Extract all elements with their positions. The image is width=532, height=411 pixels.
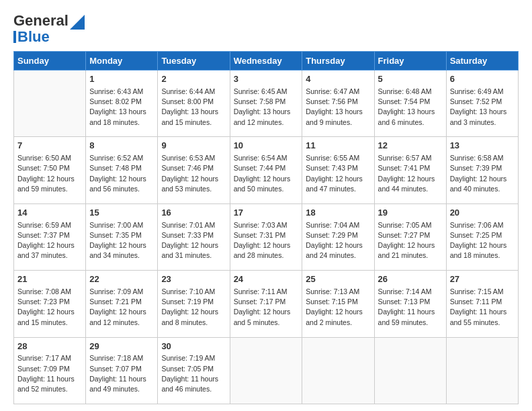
day-info: Sunrise: 6:44 AMSunset: 8:00 PMDaylight:… — [161, 87, 226, 128]
day-info: Sunrise: 7:00 AMSunset: 7:35 PMDaylight:… — [89, 220, 154, 261]
calendar-cell — [446, 337, 518, 404]
calendar-cell: 2Sunrise: 6:44 AMSunset: 8:00 PMDaylight… — [158, 71, 230, 137]
day-number: 20 — [450, 207, 515, 220]
day-info: Sunrise: 6:48 AMSunset: 7:54 PMDaylight:… — [378, 87, 443, 128]
day-number: 17 — [234, 207, 299, 220]
day-number: 12 — [378, 140, 443, 152]
calendar-cell: 9Sunrise: 6:53 AMSunset: 7:46 PMDaylight… — [158, 137, 230, 203]
calendar-cell: 25Sunrise: 7:13 AMSunset: 7:15 PMDayligh… — [302, 271, 374, 337]
day-info: Sunrise: 7:10 AMSunset: 7:19 PMDaylight:… — [161, 287, 226, 328]
calendar-cell: 30Sunrise: 7:19 AMSunset: 7:05 PMDayligh… — [158, 337, 230, 404]
calendar-week-row: 21Sunrise: 7:08 AMSunset: 7:23 PMDayligh… — [14, 271, 519, 337]
day-info: Sunrise: 7:04 AMSunset: 7:29 PMDaylight:… — [306, 220, 370, 261]
day-info: Sunrise: 6:59 AMSunset: 7:37 PMDaylight:… — [17, 220, 82, 261]
day-number: 18 — [306, 207, 370, 220]
calendar-cell: 29Sunrise: 7:18 AMSunset: 7:07 PMDayligh… — [86, 337, 158, 404]
calendar-cell: 8Sunrise: 6:52 AMSunset: 7:48 PMDaylight… — [86, 137, 158, 203]
calendar-cell — [302, 337, 374, 404]
day-info: Sunrise: 7:01 AMSunset: 7:33 PMDaylight:… — [161, 220, 226, 261]
day-number: 1 — [89, 73, 154, 86]
calendar-cell: 16Sunrise: 7:01 AMSunset: 7:33 PMDayligh… — [158, 203, 230, 270]
day-info: Sunrise: 7:19 AMSunset: 7:05 PMDaylight:… — [161, 353, 226, 394]
calendar-cell: 4Sunrise: 6:47 AMSunset: 7:56 PMDaylight… — [302, 71, 374, 137]
day-info: Sunrise: 7:08 AMSunset: 7:23 PMDaylight:… — [17, 287, 82, 328]
calendar-cell: 23Sunrise: 7:10 AMSunset: 7:19 PMDayligh… — [158, 271, 230, 337]
calendar-cell: 11Sunrise: 6:55 AMSunset: 7:43 PMDayligh… — [302, 137, 374, 203]
calendar-cell: 10Sunrise: 6:54 AMSunset: 7:44 PMDayligh… — [230, 137, 302, 203]
calendar-body: 1Sunrise: 6:43 AMSunset: 8:02 PMDaylight… — [14, 71, 519, 404]
calendar-cell — [374, 337, 446, 404]
calendar-header-saturday: Saturday — [446, 52, 518, 71]
logo-general: General — [13, 12, 69, 30]
logo-blue: Blue — [17, 28, 50, 46]
day-number: 19 — [378, 207, 443, 220]
calendar-cell — [230, 337, 302, 404]
day-info: Sunrise: 6:50 AMSunset: 7:50 PMDaylight:… — [17, 153, 82, 194]
calendar-cell: 14Sunrise: 6:59 AMSunset: 7:37 PMDayligh… — [14, 203, 86, 270]
day-number: 23 — [161, 273, 226, 286]
calendar-header-tuesday: Tuesday — [158, 52, 230, 71]
day-number: 9 — [161, 140, 226, 152]
day-number: 28 — [17, 340, 82, 353]
day-number: 21 — [17, 273, 82, 286]
day-number: 13 — [450, 140, 515, 152]
day-number: 7 — [17, 140, 82, 152]
calendar-week-row: 28Sunrise: 7:17 AMSunset: 7:09 PMDayligh… — [14, 337, 519, 404]
calendar-cell: 17Sunrise: 7:03 AMSunset: 7:31 PMDayligh… — [230, 203, 302, 270]
day-info: Sunrise: 7:06 AMSunset: 7:25 PMDaylight:… — [450, 220, 515, 261]
calendar-cell: 1Sunrise: 6:43 AMSunset: 8:02 PMDaylight… — [86, 71, 158, 137]
logo: General Blue — [13, 12, 85, 46]
calendar-week-row: 7Sunrise: 6:50 AMSunset: 7:50 PMDaylight… — [14, 137, 519, 203]
calendar-cell: 28Sunrise: 7:17 AMSunset: 7:09 PMDayligh… — [14, 337, 86, 404]
day-info: Sunrise: 7:03 AMSunset: 7:31 PMDaylight:… — [234, 220, 299, 261]
day-number: 27 — [450, 273, 515, 286]
day-number: 2 — [161, 73, 226, 86]
day-number: 24 — [234, 273, 299, 286]
day-info: Sunrise: 6:57 AMSunset: 7:41 PMDaylight:… — [378, 153, 443, 194]
day-info: Sunrise: 6:49 AMSunset: 7:52 PMDaylight:… — [450, 87, 515, 128]
calendar-cell: 3Sunrise: 6:45 AMSunset: 7:58 PMDaylight… — [230, 71, 302, 137]
calendar-header-monday: Monday — [86, 52, 158, 71]
calendar-cell: 6Sunrise: 6:49 AMSunset: 7:52 PMDaylight… — [446, 71, 518, 137]
calendar: SundayMondayTuesdayWednesdayThursdayFrid… — [13, 51, 519, 404]
calendar-cell: 24Sunrise: 7:11 AMSunset: 7:17 PMDayligh… — [230, 271, 302, 337]
calendar-cell: 26Sunrise: 7:14 AMSunset: 7:13 PMDayligh… — [374, 271, 446, 337]
day-number: 5 — [378, 73, 443, 86]
day-info: Sunrise: 6:58 AMSunset: 7:39 PMDaylight:… — [450, 153, 515, 194]
calendar-cell: 20Sunrise: 7:06 AMSunset: 7:25 PMDayligh… — [446, 203, 518, 270]
day-info: Sunrise: 6:54 AMSunset: 7:44 PMDaylight:… — [234, 153, 299, 194]
calendar-week-row: 1Sunrise: 6:43 AMSunset: 8:02 PMDaylight… — [14, 71, 519, 137]
day-info: Sunrise: 7:14 AMSunset: 7:13 PMDaylight:… — [378, 287, 443, 328]
calendar-header-friday: Friday — [374, 52, 446, 71]
calendar-cell: 27Sunrise: 7:15 AMSunset: 7:11 PMDayligh… — [446, 271, 518, 337]
calendar-header-thursday: Thursday — [302, 52, 374, 71]
day-info: Sunrise: 6:45 AMSunset: 7:58 PMDaylight:… — [234, 87, 299, 128]
calendar-cell: 7Sunrise: 6:50 AMSunset: 7:50 PMDaylight… — [14, 137, 86, 203]
day-info: Sunrise: 7:18 AMSunset: 7:07 PMDaylight:… — [89, 353, 154, 394]
day-number: 30 — [161, 340, 226, 353]
calendar-cell: 22Sunrise: 7:09 AMSunset: 7:21 PMDayligh… — [86, 271, 158, 337]
logo-icon — [70, 15, 85, 30]
calendar-cell — [14, 71, 86, 137]
calendar-header-sunday: Sunday — [14, 52, 86, 71]
calendar-cell: 15Sunrise: 7:00 AMSunset: 7:35 PMDayligh… — [86, 203, 158, 270]
day-number: 8 — [89, 140, 154, 152]
day-info: Sunrise: 7:13 AMSunset: 7:15 PMDaylight:… — [306, 287, 370, 328]
calendar-cell: 18Sunrise: 7:04 AMSunset: 7:29 PMDayligh… — [302, 203, 374, 270]
day-number: 10 — [234, 140, 299, 152]
calendar-header-row: SundayMondayTuesdayWednesdayThursdayFrid… — [14, 52, 519, 71]
day-number: 29 — [89, 340, 154, 353]
day-info: Sunrise: 6:47 AMSunset: 7:56 PMDaylight:… — [306, 87, 370, 128]
calendar-week-row: 14Sunrise: 6:59 AMSunset: 7:37 PMDayligh… — [14, 203, 519, 270]
day-info: Sunrise: 6:52 AMSunset: 7:48 PMDaylight:… — [89, 153, 154, 194]
day-number: 11 — [306, 140, 370, 152]
calendar-cell: 19Sunrise: 7:05 AMSunset: 7:27 PMDayligh… — [374, 203, 446, 270]
day-number: 3 — [234, 73, 299, 86]
day-number: 16 — [161, 207, 226, 220]
day-info: Sunrise: 6:55 AMSunset: 7:43 PMDaylight:… — [306, 153, 370, 194]
svg-marker-0 — [70, 15, 85, 30]
day-number: 15 — [89, 207, 154, 220]
day-info: Sunrise: 6:43 AMSunset: 8:02 PMDaylight:… — [89, 87, 154, 128]
calendar-cell: 21Sunrise: 7:08 AMSunset: 7:23 PMDayligh… — [14, 271, 86, 337]
day-info: Sunrise: 7:15 AMSunset: 7:11 PMDaylight:… — [450, 287, 515, 328]
